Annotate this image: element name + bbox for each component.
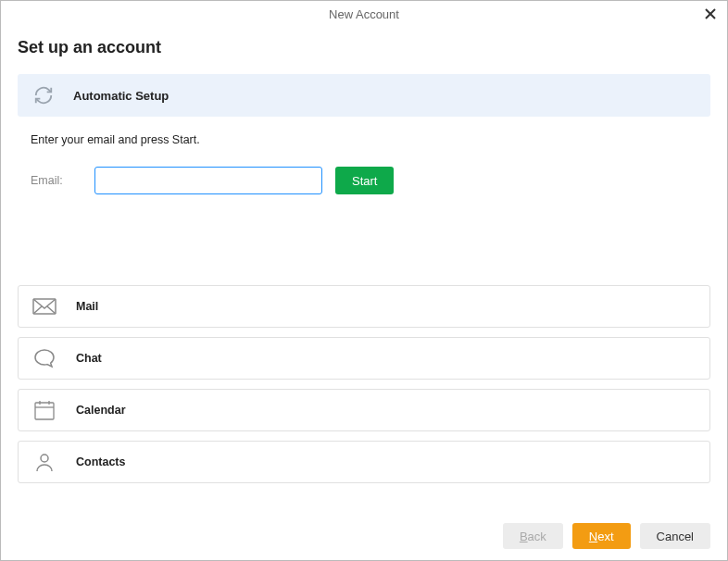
category-label: Calendar	[76, 404, 126, 417]
category-list: Mail Chat	[18, 285, 710, 483]
email-label: Email:	[31, 174, 82, 187]
refresh-icon	[31, 85, 56, 106]
category-calendar[interactable]: Calendar	[18, 389, 710, 431]
calendar-icon	[31, 400, 57, 420]
back-button[interactable]: Back	[503, 523, 563, 549]
chat-icon	[31, 348, 57, 368]
close-button[interactable]	[701, 5, 720, 23]
category-label: Contacts	[76, 455, 125, 468]
category-contacts[interactable]: Contacts	[18, 441, 710, 483]
email-input[interactable]	[94, 167, 322, 194]
content-area: Set up an account Automatic Setup Enter …	[1, 27, 727, 483]
mail-icon	[31, 296, 57, 317]
contacts-icon	[31, 452, 57, 472]
close-icon	[705, 8, 716, 19]
titlebar: New Account	[1, 1, 727, 27]
new-account-window: New Account Set up an account Automatic …	[0, 0, 728, 561]
svg-point-17	[41, 455, 48, 462]
email-row: Email: Start	[31, 167, 710, 194]
category-label: Chat	[76, 352, 102, 365]
automatic-setup-label: Automatic Setup	[73, 89, 169, 103]
svg-rect-5	[35, 403, 54, 419]
svg-line-4	[47, 306, 56, 314]
cancel-button[interactable]: Cancel	[640, 523, 710, 549]
page-title: Set up an account	[18, 38, 710, 57]
svg-line-3	[33, 306, 42, 314]
window-title: New Account	[329, 7, 399, 21]
start-button[interactable]: Start	[335, 167, 394, 194]
next-button[interactable]: Next	[572, 523, 631, 549]
category-mail[interactable]: Mail	[18, 285, 710, 328]
category-chat[interactable]: Chat	[18, 337, 710, 380]
automatic-setup-card[interactable]: Automatic Setup	[18, 74, 710, 117]
category-label: Mail	[76, 300, 98, 313]
instruction-text: Enter your email and press Start.	[31, 133, 710, 146]
footer-buttons: Back Next Cancel	[503, 523, 710, 549]
